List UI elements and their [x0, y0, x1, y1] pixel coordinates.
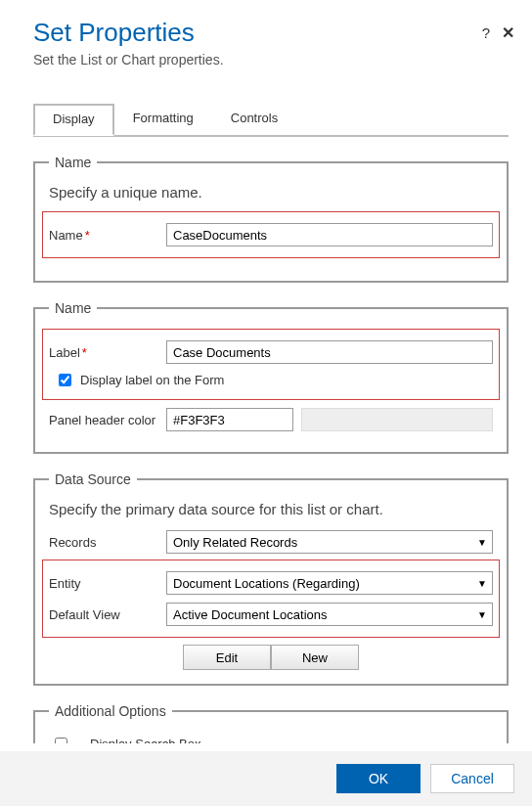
cancel-button[interactable]: Cancel: [430, 764, 514, 793]
panel-color-input[interactable]: [166, 408, 293, 431]
entity-select[interactable]: [166, 571, 493, 595]
searchbox-label: Display Search Box: [90, 737, 200, 743]
datasource-instruction: Specify the primary data source for this…: [49, 501, 493, 517]
new-button[interactable]: New: [271, 645, 359, 670]
help-icon[interactable]: ?: [482, 24, 490, 41]
name-label: Name*: [49, 228, 166, 243]
defaultview-select[interactable]: [166, 603, 493, 626]
group-label-legend: Name: [49, 300, 97, 316]
panel-color-swatch[interactable]: [301, 408, 493, 431]
group-name-unique: Name Specify a unique name. Name*: [33, 155, 509, 283]
tab-bar: Display Formatting Controls: [33, 103, 509, 137]
edit-button[interactable]: Edit: [183, 645, 271, 670]
group-datasource: Data Source Specify the primary data sou…: [33, 471, 509, 686]
label-input[interactable]: [166, 340, 493, 364]
group-name-instruction: Specify a unique name.: [49, 184, 493, 201]
datasource-legend: Data Source: [49, 471, 137, 487]
close-icon[interactable]: ✕: [502, 23, 514, 42]
tab-formatting[interactable]: Formatting: [114, 104, 212, 136]
panel-color-label: Panel header color: [49, 413, 166, 427]
label-label: Label*: [49, 345, 166, 360]
group-name-label: Name Label* Display label on the Form Pa…: [33, 300, 509, 454]
tab-display[interactable]: Display: [33, 104, 114, 136]
defaultview-label: Default View: [49, 607, 166, 622]
searchbox-checkbox[interactable]: [55, 738, 67, 743]
group-name-legend: Name: [49, 155, 97, 170]
group-additional: Additional Options Display Search Box Di…: [33, 703, 509, 743]
entity-label: Entity: [49, 576, 166, 591]
records-select[interactable]: [166, 530, 493, 554]
additional-legend: Additional Options: [49, 703, 172, 719]
name-input[interactable]: [166, 223, 493, 246]
dialog-footer: OK Cancel: [0, 751, 532, 806]
page-title: Set Properties: [33, 18, 509, 48]
tab-controls[interactable]: Controls: [212, 104, 296, 136]
display-label-checkbox[interactable]: [59, 374, 71, 386]
records-label: Records: [49, 535, 166, 550]
page-subtitle: Set the List or Chart properties.: [33, 52, 509, 67]
ok-button[interactable]: OK: [336, 764, 421, 793]
display-label-text: Display label on the Form: [80, 373, 224, 387]
